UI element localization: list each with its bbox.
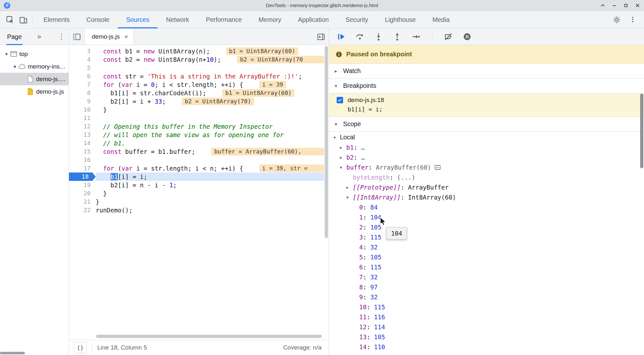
code-line[interactable]: b2[i] = i + 33;b2 = Uint8Array(70) xyxy=(96,97,324,106)
scope-item-0[interactable]: 0: 84 xyxy=(329,202,644,212)
code-line[interactable]: const b1 = new Uint8Array(n);b1 = Uint8A… xyxy=(96,47,324,55)
tab-network[interactable]: Network xyxy=(158,11,197,28)
code-line[interactable]: // Opening this buffer in the Memory Ins… xyxy=(96,122,324,131)
line-number[interactable]: 11 xyxy=(69,114,96,122)
line-number[interactable]: 14 xyxy=(69,139,96,147)
scope-item-12[interactable]: 12: 114 xyxy=(329,322,644,332)
tree-item-top[interactable]: ▾top xyxy=(0,48,69,60)
editor-code[interactable]: const b1 = new Uint8Array(n);b1 = Uint8A… xyxy=(96,45,324,335)
line-number[interactable]: 6 xyxy=(69,72,96,80)
scope-item-4[interactable]: 4: 32 xyxy=(329,242,644,252)
memory-inspector-icon[interactable] xyxy=(434,164,441,170)
breakpoint-checkbox[interactable] xyxy=(337,97,343,103)
scope-item-1[interactable]: 1: 104 xyxy=(329,212,644,222)
settings-icon[interactable] xyxy=(613,16,621,24)
scope-item-2[interactable]: 2: 105 xyxy=(329,222,644,232)
tree-item-memory-inspector-glitch-me[interactable]: ▾memory-inspector.glitch.me xyxy=(0,60,69,73)
tree-item-demo-js-js[interactable]: demo-js.js xyxy=(0,85,69,98)
code-line[interactable]: const str = 'This is a string in the Arr… xyxy=(96,72,324,80)
line-number[interactable]: 3 xyxy=(69,47,96,55)
toggle-sidebar-icon[interactable] xyxy=(313,29,329,45)
tab-media[interactable]: Media xyxy=(424,11,458,28)
code-line[interactable]: b1[i] = str.charCodeAt(i);b1 = Uint8Arra… xyxy=(96,89,324,97)
scope-item-prototype[interactable]: ▸[[Prototype]]: ArrayBuffer xyxy=(329,182,644,192)
code-line[interactable]: // b1. xyxy=(96,139,324,147)
scrollbar-thumb[interactable] xyxy=(325,46,328,238)
device-toolbar-icon[interactable] xyxy=(19,15,28,24)
expander-icon[interactable]: ▾ xyxy=(346,195,353,200)
scope-item-local[interactable]: ▾Local xyxy=(329,132,644,142)
code-line[interactable]: } xyxy=(96,198,324,206)
line-number[interactable]: 15 xyxy=(69,147,96,156)
editor-h-scrollbar[interactable] xyxy=(96,335,324,338)
more-menu-icon[interactable] xyxy=(629,16,636,23)
expander-icon[interactable]: ▾ xyxy=(333,135,340,140)
panel-v-scrollbar[interactable] xyxy=(640,94,643,168)
line-number[interactable]: 16 xyxy=(69,156,96,164)
scope-item-int8array[interactable]: ▾[[Int8Array]]: Int8Array(60) xyxy=(329,192,644,202)
scope-value[interactable]: (...) xyxy=(397,174,415,181)
navigator-menu-icon[interactable]: ⋮ xyxy=(58,33,65,41)
more-tabs-icon[interactable]: » xyxy=(37,33,41,41)
tab-performance[interactable]: Performance xyxy=(197,11,250,28)
expander-icon[interactable]: ▾ xyxy=(340,165,346,170)
code-line[interactable]: runDemo(); xyxy=(96,206,324,214)
maximize-icon[interactable] xyxy=(623,2,629,9)
tab-console[interactable]: Console xyxy=(78,11,118,28)
step-out-icon[interactable] xyxy=(393,32,402,41)
scope-item-buffer[interactable]: ▾buffer: ArrayBuffer(60) xyxy=(329,162,644,172)
scope-section-header[interactable]: ▾ Scope xyxy=(329,117,644,132)
code-line[interactable] xyxy=(96,114,324,122)
scope-item-5[interactable]: 5: 105 xyxy=(329,252,644,262)
tab-application[interactable]: Application xyxy=(290,11,337,28)
scope-item-8[interactable]: 8: 97 xyxy=(329,282,644,292)
scope-item-10[interactable]: 10: 115 xyxy=(329,302,644,312)
deactivate-breakpoints-icon[interactable] xyxy=(444,32,453,41)
tab-lighthouse[interactable]: Lighthouse xyxy=(377,11,424,28)
code-line[interactable]: for (var i = 0; i < str.length; ++i) {i … xyxy=(96,80,324,89)
code-line[interactable] xyxy=(96,64,324,72)
expander-icon[interactable]: ▸ xyxy=(340,145,346,150)
line-number[interactable]: 20 xyxy=(69,189,96,198)
scope-item-14[interactable]: 14: 110 xyxy=(329,342,644,352)
watch-section-header[interactable]: ▸ Watch xyxy=(329,64,644,79)
line-number[interactable]: 19 xyxy=(69,181,96,189)
line-number[interactable]: 4 xyxy=(69,55,96,64)
tab-elements[interactable]: Elements xyxy=(35,11,78,28)
line-number[interactable]: 8 xyxy=(69,89,96,97)
expander-icon[interactable]: ▾ xyxy=(3,51,10,57)
keep-on-top-icon[interactable] xyxy=(600,2,606,9)
scrollbar-thumb[interactable] xyxy=(96,335,322,338)
inspect-icon[interactable] xyxy=(6,15,14,24)
navigator-toggle-icon[interactable] xyxy=(69,29,84,45)
close-icon[interactable] xyxy=(634,2,641,9)
step-icon[interactable] xyxy=(411,32,420,41)
code-line[interactable]: const buffer = b1.buffer;buffer = ArrayB… xyxy=(96,147,324,156)
scope-item-bytelength[interactable]: byteLength: (...) xyxy=(329,172,644,182)
line-number[interactable]: 10 xyxy=(69,106,96,114)
line-number[interactable]: 12 xyxy=(69,122,96,131)
code-line[interactable]: b1[i] = i; xyxy=(96,173,324,181)
scope-item-3[interactable]: 3: 115 xyxy=(329,232,644,242)
code-line[interactable]: const b2 = new Uint8Array(n+10);b2 = Uin… xyxy=(96,55,324,64)
scope-item-6[interactable]: 6: 115 xyxy=(329,262,644,272)
code-line[interactable] xyxy=(96,156,324,164)
line-number[interactable]: 13 xyxy=(69,131,96,139)
code-line[interactable]: b2[i] = n - i - 1; xyxy=(96,181,324,189)
resume-icon[interactable] xyxy=(337,32,346,41)
expander-icon[interactable]: ▸ xyxy=(346,185,353,190)
step-into-icon[interactable] xyxy=(374,32,383,41)
line-number[interactable]: 21 xyxy=(69,198,96,206)
editor-v-scrollbar[interactable] xyxy=(324,45,329,335)
line-number[interactable]: 9 xyxy=(69,97,96,106)
line-number[interactable]: 7 xyxy=(69,80,96,89)
tab-sources[interactable]: Sources xyxy=(118,11,158,28)
scope-item-7[interactable]: 7: 32 xyxy=(329,272,644,282)
expander-icon[interactable]: ▸ xyxy=(340,155,346,160)
line-number[interactable]: 17 xyxy=(69,164,96,173)
line-number[interactable]: 22 xyxy=(69,206,96,214)
pretty-print-button[interactable]: {} xyxy=(74,342,87,353)
code-line[interactable]: // will open the same view as for openin… xyxy=(96,131,324,139)
scope-item-b2[interactable]: ▸b2: … xyxy=(329,152,644,162)
tree-item-demo-js-html[interactable]: demo-js.html xyxy=(0,73,69,85)
